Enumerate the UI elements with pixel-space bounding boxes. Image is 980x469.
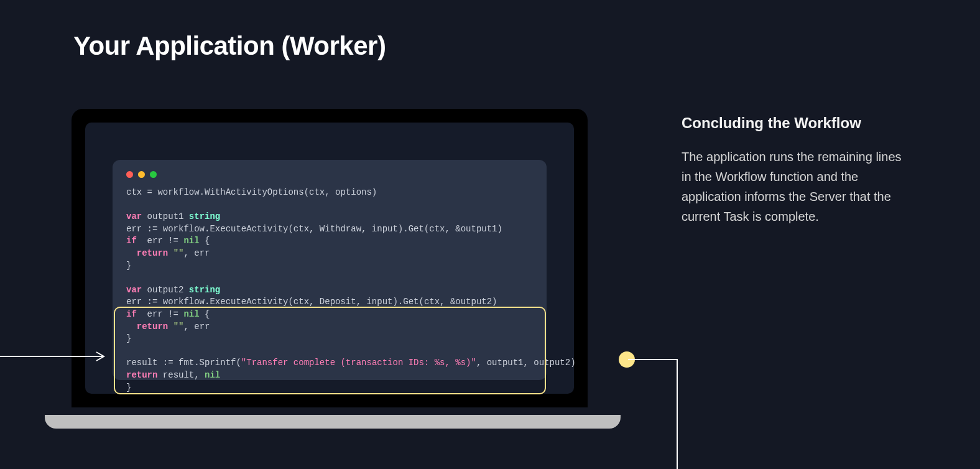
arrow-in-icon <box>0 351 109 361</box>
code-block: ctx = workflow.WithActivityOptions(ctx, … <box>126 187 533 394</box>
laptop-body: ctx = workflow.WithActivityOptions(ctx, … <box>72 109 588 407</box>
code-token: } <box>126 383 131 392</box>
code-token: { <box>200 309 210 319</box>
code-token: "" <box>173 248 184 258</box>
minimize-dot-icon <box>138 171 145 178</box>
window-traffic-lights <box>126 171 533 178</box>
code-token: nil <box>183 236 199 246</box>
code-token: } <box>126 261 131 271</box>
code-line: err := workflow.ExecuteActivity(ctx, Dep… <box>126 297 497 307</box>
code-token: result := fmt.Sprintf( <box>126 358 241 368</box>
code-token: if <box>126 309 137 319</box>
code-token: { <box>200 236 210 246</box>
code-token: output2 <box>142 285 189 295</box>
code-token: err != <box>137 236 184 246</box>
close-dot-icon <box>126 171 133 178</box>
code-token: if <box>126 236 137 246</box>
code-window: ctx = workflow.WithActivityOptions(ctx, … <box>113 160 547 380</box>
code-token: , err <box>183 248 210 258</box>
code-token: result, <box>157 370 205 380</box>
code-token <box>126 248 137 258</box>
code-token: output1 <box>142 211 189 221</box>
sidebar-text: The application runs the remaining lines… <box>682 147 912 226</box>
code-line: err := workflow.ExecuteActivity(ctx, Wit… <box>126 224 502 234</box>
laptop-screen: ctx = workflow.WithActivityOptions(ctx, … <box>85 123 574 394</box>
code-token: string <box>189 285 220 295</box>
laptop-base <box>45 415 621 429</box>
connector-line <box>677 359 678 469</box>
maximize-dot-icon <box>150 171 157 178</box>
code-token: err != <box>137 309 184 319</box>
code-token: "Transfer complete (transaction IDs: %s,… <box>241 358 476 368</box>
code-token: , err <box>183 322 210 332</box>
code-token: , output1, output2) <box>476 358 576 368</box>
code-token: return <box>137 322 168 332</box>
laptop-graphic: ctx = workflow.WithActivityOptions(ctx, … <box>72 109 588 426</box>
connector-line <box>628 359 678 360</box>
code-token: return <box>126 370 157 380</box>
code-token: return <box>137 248 168 258</box>
code-token: var <box>126 285 142 295</box>
sidebar-title: Concluding the Workflow <box>682 114 912 132</box>
sidebar-explainer: Concluding the Workflow The application … <box>682 114 912 226</box>
code-token: nil <box>205 370 220 380</box>
code-token <box>168 248 173 258</box>
code-token: nil <box>183 309 199 319</box>
page-title: Your Application (Worker) <box>73 31 386 61</box>
code-token <box>126 322 137 332</box>
code-token: var <box>126 211 142 221</box>
code-token: string <box>189 211 220 221</box>
code-line: ctx = workflow.WithActivityOptions(ctx, … <box>126 187 377 197</box>
code-token: "" <box>173 322 184 332</box>
code-token: } <box>126 333 131 343</box>
code-token <box>168 322 173 332</box>
